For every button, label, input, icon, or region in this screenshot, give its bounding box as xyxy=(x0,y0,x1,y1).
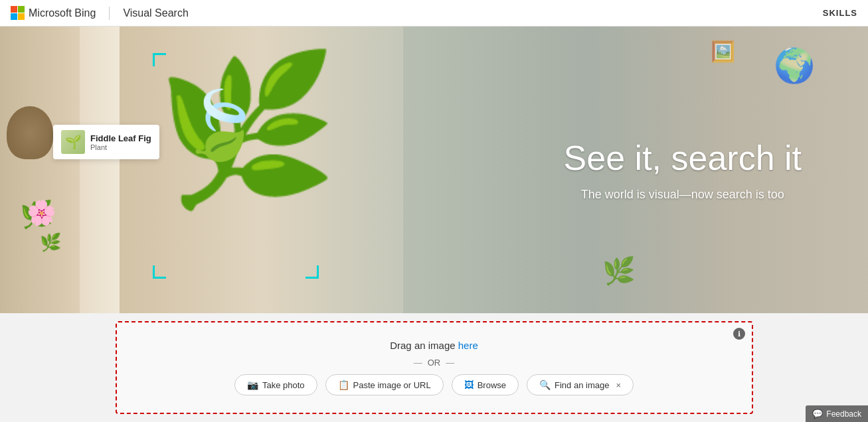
corner-br-icon xyxy=(305,265,319,279)
camera-icon: 📷 xyxy=(247,380,258,390)
bing-logo[interactable]: Microsoft Bing xyxy=(11,6,96,20)
basket-decoration xyxy=(7,106,53,159)
search-buttons-row: 📷 Take photo 📋 Paste image or URL 🖼 Brow… xyxy=(234,374,634,395)
label-text-area: Fiddle Leaf Fig Plant xyxy=(90,133,151,151)
page-title: Visual Search xyxy=(123,7,188,19)
room-scene: 🌸 🌿 🌿 🍃 🌱 Fidd xyxy=(0,27,868,313)
flower-branch-decoration: 🌸 🌿 xyxy=(20,199,73,279)
or-divider: OR xyxy=(414,358,455,368)
close-icon[interactable]: × xyxy=(616,380,621,390)
image-icon: 🖼 xyxy=(464,380,474,390)
chat-icon: 💬 xyxy=(812,409,823,419)
browse-button[interactable]: 🖼 Browse xyxy=(452,374,519,395)
microsoft-logo-icon xyxy=(11,6,25,20)
find-image-button[interactable]: 🔍 Find an image × xyxy=(527,374,634,395)
hero-headline: See it, search it xyxy=(564,137,802,178)
label-thumbnail: 🌱 xyxy=(61,130,85,154)
search-icon: 🔍 xyxy=(539,380,551,390)
feedback-button[interactable]: 💬 Feedback xyxy=(806,405,868,422)
plant-category: Plant xyxy=(90,143,151,151)
hero-subtext: The world is visual—now search is too xyxy=(564,188,802,202)
plant-label-card[interactable]: 🌱 Fiddle Leaf Fig Plant xyxy=(53,125,159,159)
drop-zone[interactable]: ℹ Drag an image here OR 📷 Take photo 📋 P… xyxy=(116,321,753,414)
take-photo-button[interactable]: 📷 Take photo xyxy=(234,374,317,395)
logo-area: Microsoft Bing Visual Search xyxy=(11,6,189,20)
bing-brand-text: Microsoft Bing xyxy=(29,7,96,19)
skills-button[interactable]: SKILLS xyxy=(823,8,857,18)
plant-name: Fiddle Leaf Fig xyxy=(90,133,151,143)
corner-bl-icon xyxy=(153,265,166,279)
paste-url-button[interactable]: 📋 Paste image or URL xyxy=(325,374,444,395)
small-plant-decoration: 🌿 xyxy=(602,255,636,287)
frame-decoration: 🖼️ xyxy=(711,40,735,63)
header-divider xyxy=(109,7,110,20)
drag-text: Drag an image here xyxy=(390,340,478,351)
header: Microsoft Bing Visual Search SKILLS xyxy=(0,0,868,27)
plant-container[interactable]: 🌿 🍃 xyxy=(133,46,339,299)
globe-decoration: 🌍 xyxy=(774,46,815,85)
hero-background: 🌸 🌿 🌿 🍃 🌱 Fidd xyxy=(0,27,868,313)
paste-icon: 📋 xyxy=(338,380,349,390)
hero-section: 🌸 🌿 🌿 🍃 🌱 Fidd xyxy=(0,27,868,313)
plant-leaves: 🍃 xyxy=(179,86,262,165)
info-icon[interactable]: ℹ xyxy=(733,328,745,340)
search-area: ℹ Drag an image here OR 📷 Take photo 📋 P… xyxy=(0,313,868,422)
hero-text-overlay: See it, search it The world is visual—no… xyxy=(564,137,802,202)
